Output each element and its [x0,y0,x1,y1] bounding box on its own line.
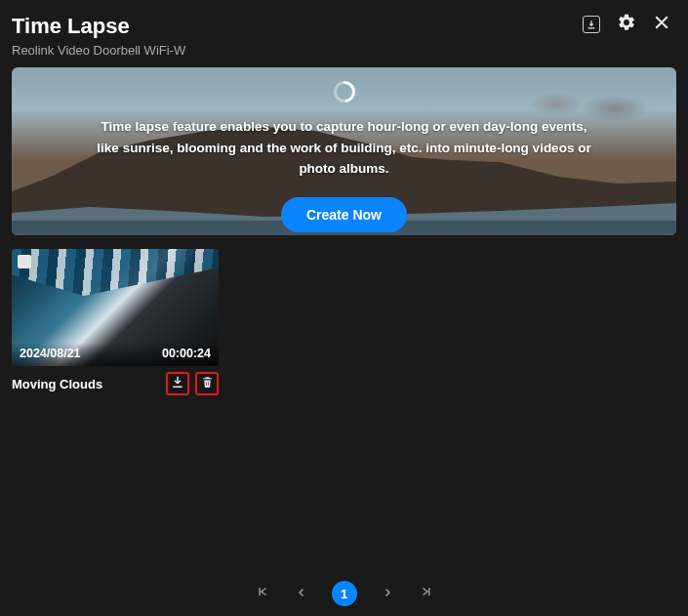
last-page-button[interactable] [418,585,435,602]
download-icon [583,16,600,33]
timelapse-title: Moving Clouds [12,377,102,391]
first-page-button[interactable] [254,585,271,602]
prev-page-button[interactable] [293,585,310,602]
header: Time Lapse Reolink Video Doorbell WiFi-W [0,0,688,67]
banner-description: Time lapse feature enables you to captur… [52,116,637,180]
header-left: Time Lapse Reolink Video Doorbell WiFi-W [12,14,185,58]
trash-icon [201,375,214,392]
first-page-icon [256,585,269,602]
create-now-button[interactable]: Create Now [281,197,407,232]
chevron-right-icon [382,585,393,602]
delete-item-button[interactable] [195,372,219,395]
last-page-icon [420,585,433,602]
download-icon [171,375,184,392]
timelapse-date: 2024/08/21 [20,347,81,360]
thumbnail-image [12,249,219,296]
page-number[interactable]: 1 [332,581,357,606]
close-icon [652,13,671,36]
timelapse-duration: 00:00:24 [162,347,211,360]
feature-banner: Time lapse feature enables you to captur… [12,67,676,235]
thumbnail-footer: 2024/08/21 00:00:24 [12,343,219,366]
timelapse-thumbnail[interactable]: 2024/08/21 00:00:24 [12,249,219,366]
spinner-icon [329,77,359,107]
next-page-button[interactable] [379,585,396,602]
header-actions [581,14,672,35]
timelapse-gallery: 2024/08/21 00:00:24 Moving Clouds [0,235,688,409]
download-item-button[interactable] [166,372,189,395]
pagination: 1 [0,581,688,606]
close-button[interactable] [651,14,672,35]
item-footer: Moving Clouds [12,372,219,395]
item-actions [166,372,219,395]
download-all-button[interactable] [581,14,602,35]
timelapse-item: 2024/08/21 00:00:24 Moving Clouds [12,249,219,395]
page-title: Time Lapse [12,14,185,39]
device-subtitle: Reolink Video Doorbell WiFi-W [12,43,185,58]
select-checkbox[interactable] [18,255,31,268]
gear-icon [617,13,636,36]
banner-content: Time lapse feature enables you to captur… [12,67,676,235]
settings-button[interactable] [616,14,637,35]
chevron-left-icon [296,585,307,602]
